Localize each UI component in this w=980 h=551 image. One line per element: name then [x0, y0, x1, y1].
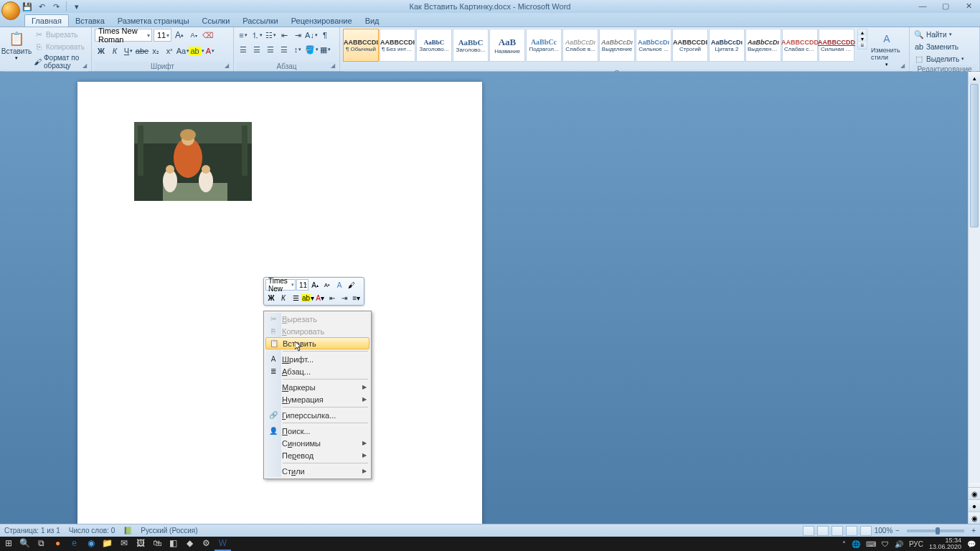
mini-bold[interactable]: Ж [265, 292, 277, 303]
style-item[interactable]: АаBbСсDıВыделение [599, 29, 635, 62]
find-button[interactable]: 🔍Найти ▾ [913, 29, 966, 40]
redo-button[interactable]: ↷ [50, 1, 62, 12]
clock[interactable]: 15:34 13.06.2020 [929, 537, 961, 550]
task-view-button[interactable]: ⧉ [33, 537, 50, 551]
chrome-button[interactable]: ◉ [83, 537, 99, 551]
styles-dialog-launcher[interactable]: ◢ [900, 62, 908, 70]
mini-size-combo[interactable]: 11 [296, 279, 308, 291]
style-item[interactable]: АаВНазвание [489, 29, 525, 62]
print-layout-view[interactable] [803, 526, 814, 536]
italic-button[interactable]: К [108, 44, 121, 57]
subscript-button[interactable]: x₂ [149, 44, 162, 57]
change-case-button[interactable]: Aa [176, 44, 189, 57]
inserted-image[interactable] [134, 122, 252, 201]
mini-font-color[interactable]: A▾ [314, 292, 326, 303]
style-item[interactable]: АаBbCЗаголово... [416, 29, 452, 62]
menu-item[interactable]: Перевод▶ [265, 449, 369, 461]
line-spacing-button[interactable]: ↕ [291, 43, 304, 56]
font-color-button[interactable]: A [204, 44, 217, 57]
mini-increase-indent[interactable]: ⇥ [339, 292, 350, 303]
style-item[interactable]: АаBbСсDıСильное ... [636, 29, 672, 62]
superscript-button[interactable]: x² [163, 44, 176, 57]
explorer-button[interactable]: 📁 [99, 537, 116, 551]
vertical-scrollbar[interactable]: ▴ ▾ ◉ ● ◉ [968, 72, 980, 524]
save-button[interactable]: 💾 [22, 1, 33, 12]
font-size-combo[interactable]: 11 [154, 29, 171, 42]
tab-insert[interactable]: Вставка [69, 15, 111, 27]
page-indicator[interactable]: Страница: 1 из 1 [4, 527, 60, 534]
mini-highlight[interactable]: ab▾ [302, 292, 314, 303]
tab-layout[interactable]: Разметка страницы [111, 15, 196, 27]
paragraph-dialog-launcher[interactable]: ◢ [331, 62, 338, 70]
language-bar[interactable]: РУС [909, 540, 923, 548]
word-count[interactable]: Число слов: 0 [69, 527, 115, 534]
font-dialog-launcher[interactable]: ◢ [225, 62, 232, 70]
copy-button[interactable]: ⎘Копировать [32, 41, 88, 52]
menu-item[interactable]: 📋Вставить [265, 337, 369, 349]
style-item[interactable]: AABBCCDI¶ Обычный [343, 29, 379, 62]
bold-button[interactable]: Ж [95, 44, 108, 57]
tab-view[interactable]: Вид [359, 15, 386, 27]
cut-button[interactable]: ✂Вырезать [32, 29, 88, 40]
mini-decrease-indent[interactable]: ⇤ [326, 292, 338, 303]
office-button[interactable] [1, 1, 20, 20]
zoom-in-button[interactable]: + [971, 527, 976, 534]
bullets-button[interactable]: ≡ [237, 29, 250, 42]
align-left-button[interactable]: ☰ [237, 43, 250, 56]
network-icon[interactable]: 🌐 [852, 540, 860, 548]
zoom-out-button[interactable]: − [895, 527, 900, 534]
mini-font-combo[interactable]: Times New [265, 279, 296, 291]
scroll-up-button[interactable]: ▴ [969, 72, 980, 84]
minimize-button[interactable]: — [914, 0, 931, 11]
style-item[interactable]: ААBBССDDСильная с... [819, 29, 854, 62]
clipboard-dialog-launcher[interactable]: ◢ [83, 62, 90, 70]
notifications-button[interactable]: 💬 [967, 540, 976, 548]
outline-view[interactable] [846, 526, 857, 536]
borders-button[interactable]: ▦ [319, 43, 331, 56]
grow-font-button[interactable]: A▴ [173, 29, 186, 42]
style-item[interactable]: АаBbCЗаголово... [453, 29, 489, 62]
style-item[interactable]: AABBCCDI¶ Без инте... [380, 29, 415, 62]
paste-button[interactable]: 📋 Вставить ▾ [3, 29, 30, 62]
next-page-button[interactable]: ◉ [969, 512, 980, 524]
maximize-button[interactable]: ▢ [937, 0, 954, 11]
language-indicator[interactable]: Русский (Россия) [141, 527, 197, 534]
mini-bullets[interactable]: ≡▾ [351, 292, 362, 303]
browse-object-button[interactable]: ● [969, 499, 980, 512]
zoom-slider[interactable] [907, 529, 964, 532]
search-button[interactable]: 🔍 [17, 537, 33, 551]
scroll-thumb[interactable] [970, 84, 979, 227]
menu-item[interactable]: Маркеры▶ [265, 381, 369, 393]
close-button[interactable]: ✕ [960, 0, 977, 11]
menu-item[interactable]: 👤Поиск... [265, 425, 369, 437]
tray-up-icon[interactable]: ˄ [842, 540, 846, 548]
mini-shrink-font[interactable]: A▾ [321, 279, 333, 291]
highlight-button[interactable]: ab [190, 44, 203, 57]
align-right-button[interactable]: ☰ [264, 43, 277, 56]
mini-align-center[interactable]: ☰ [290, 292, 301, 303]
styles-scroll-down[interactable]: ▾ [858, 36, 867, 42]
photo-button[interactable]: 🖼 [132, 537, 149, 551]
tab-references[interactable]: Ссылки [196, 15, 237, 27]
format-painter-button[interactable]: 🖌Формат по образцу [32, 53, 88, 70]
justify-button[interactable]: ☰ [278, 43, 291, 56]
numbering-button[interactable]: ⒈ [250, 29, 263, 42]
style-item[interactable]: АаBbСсDıЦитата 2 [709, 29, 745, 62]
style-item[interactable]: ААBBССDDСлабая сс... [782, 29, 818, 62]
sort-button[interactable]: A↓ [305, 29, 318, 42]
styles-scroll-up[interactable]: ▴ [858, 29, 867, 36]
store-button[interactable]: 🛍 [149, 537, 165, 551]
settings-button[interactable]: ⚙ [198, 537, 215, 551]
clear-formatting-button[interactable]: ⌫ [202, 29, 215, 42]
qat-customize[interactable]: ▾ [71, 1, 83, 12]
menu-item[interactable]: AШрифт... [265, 353, 369, 365]
styles-expand[interactable]: ≡ [858, 42, 867, 49]
select-button[interactable]: ⬚Выделить ▾ [913, 53, 966, 65]
increase-indent-button[interactable]: ⇥ [291, 29, 304, 42]
style-item[interactable]: АаBbCcПодзагол... [526, 29, 562, 62]
mini-format-painter[interactable]: 🖌 [346, 279, 357, 291]
styles-gallery[interactable]: AABBCCDI¶ ОбычныйAABBCCDI¶ Без инте...Аа… [343, 29, 855, 62]
volume-icon[interactable]: 🔊 [895, 540, 903, 548]
firefox-button[interactable]: ● [50, 537, 66, 551]
menu-item[interactable]: Нумерация▶ [265, 393, 369, 405]
